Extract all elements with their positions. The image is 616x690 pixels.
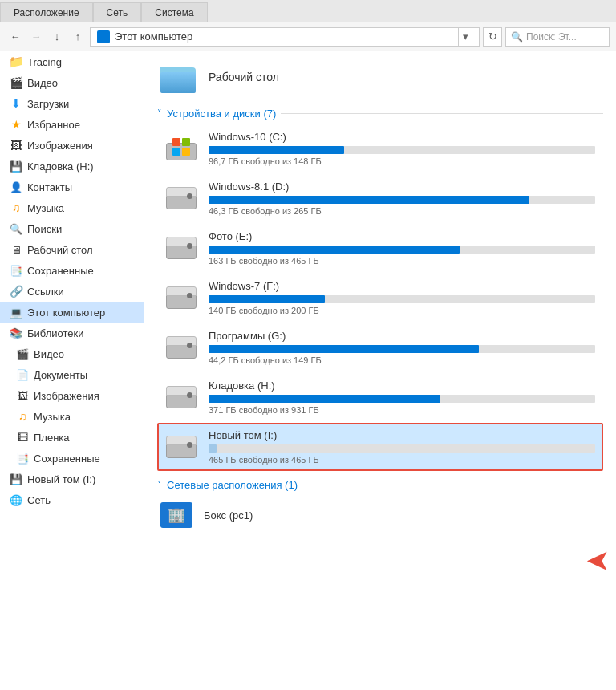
network-item[interactable]: 🏢 Бокс (pc1) xyxy=(144,496,616,531)
links-icon: 🔗 xyxy=(10,285,22,298)
drive-item-6[interactable]: Новый том (I:) 465 ГБ свободно из 465 ГБ xyxy=(157,423,603,471)
up-button[interactable]: ↑ xyxy=(69,28,87,46)
drive-space-4: 44,2 ГБ свободно из 149 ГБ xyxy=(209,355,595,365)
drive-icon-5 xyxy=(165,384,197,410)
sidebar-item-documents[interactable]: 📄 Документы xyxy=(0,364,144,385)
search-bar: 🔍 Поиск: Эт... xyxy=(505,27,610,47)
saved-icon: 📑 xyxy=(10,264,22,277)
sidebar-item-video2[interactable]: 🎬 Видео xyxy=(0,343,144,364)
drive-bar-2 xyxy=(209,246,595,254)
star-icon: ★ xyxy=(10,118,22,131)
sidebar-item-libraries[interactable]: 📚 Библиотеки xyxy=(0,323,144,343)
sidebar-item-computer[interactable]: 💻 Этот компьютер xyxy=(0,302,144,323)
drive-bar-fill-4 xyxy=(209,345,479,353)
sidebar-item-saved[interactable]: 📑 Сохраненные xyxy=(0,260,144,281)
drive-name-1: Windows-8.1 (D:) xyxy=(209,181,595,193)
chevron-icon: ˅ xyxy=(157,108,162,119)
drive-space-3: 140 ГБ свободно из 200 ГБ xyxy=(209,306,595,315)
sidebar-item-desktop[interactable]: 🖥 Рабочий стол xyxy=(0,239,144,260)
drive-icon-2 xyxy=(165,235,197,261)
drive-item-1[interactable]: Windows-8.1 (D:) 46,3 ГБ свободно из 265… xyxy=(157,174,603,222)
drive-item-5[interactable]: Кладовка (H:) 371 ГБ свободно из 931 ГБ xyxy=(157,373,603,421)
sidebar-item-images2[interactable]: 🖼 Изображения xyxy=(0,385,144,406)
sidebar-item-favorites[interactable]: ★ Избранное xyxy=(0,114,144,135)
back-button[interactable]: ← xyxy=(6,28,24,46)
network-icon: 🌐 xyxy=(10,493,22,506)
drive-item-3[interactable]: Windows-7 (F:) 140 ГБ свободно из 200 ГБ xyxy=(157,274,603,322)
music-icon: ♫ xyxy=(10,201,22,214)
sidebar-label: Видео xyxy=(34,348,64,360)
tab-system[interactable]: Система xyxy=(141,2,207,22)
sidebar-item-new-volume[interactable]: 💾 Новый том (I:) xyxy=(0,469,144,489)
images2-icon: 🖼 xyxy=(16,389,29,402)
sidebar-label: Ссылки xyxy=(27,286,64,298)
sidebar-item-music1[interactable]: ♫ Музыка xyxy=(0,197,144,218)
sidebar-item-network[interactable]: 🌐 Сеть xyxy=(0,489,144,510)
address-dropdown-button[interactable]: ▾ xyxy=(458,27,472,47)
sidebar-item-contacts[interactable]: 👤 Контакты xyxy=(0,177,144,197)
sidebar-label: Сохраненные xyxy=(27,265,94,277)
sidebar-label: Изображения xyxy=(27,140,93,152)
drive-space-2: 163 ГБ свободно из 465 ГБ xyxy=(209,256,595,266)
sidebar-label: Библиотеки xyxy=(27,327,83,339)
sidebar-label: Сохраненные xyxy=(34,453,100,465)
section-line xyxy=(281,113,603,114)
drive-item-4[interactable]: Программы (G:) 44,2 ГБ свободно из 149 Г… xyxy=(157,323,603,371)
search-sidebar-icon: 🔍 xyxy=(10,222,22,235)
desktop-icon: 🖥 xyxy=(10,243,22,256)
devices-section-label: Устройства и диски (7) xyxy=(167,108,276,120)
chevron-icon-network: ˅ xyxy=(157,480,162,490)
drive-icon-1 xyxy=(165,185,197,211)
sidebar-item-downloads[interactable]: ⬇ Загрузки xyxy=(0,93,144,114)
sidebar-item-film[interactable]: 🎞 Пленка xyxy=(0,427,144,448)
sidebar-item-links[interactable]: 🔗 Ссылки xyxy=(0,281,144,302)
sidebar-item-video1[interactable]: 🎬 Видео xyxy=(0,72,144,93)
sidebar-label: Tracing xyxy=(27,56,62,68)
sidebar-label: Контакты xyxy=(27,181,72,193)
drive-icon-0 xyxy=(165,136,197,161)
drive-bar-fill-6 xyxy=(209,444,217,453)
sidebar-label: Избранное xyxy=(27,119,80,131)
drive-space-5: 371 ГБ свободно из 931 ГБ xyxy=(209,405,595,415)
sidebar-label: Документы xyxy=(34,369,87,381)
sidebar-item-tracing[interactable]: 📁 Tracing xyxy=(0,51,144,72)
content-area: Рабочий стол ˅ Устройства и диски (7) Wi… xyxy=(144,51,616,690)
saved2-icon: 📑 xyxy=(16,452,29,465)
tab-network[interactable]: Сеть xyxy=(93,2,142,22)
sidebar-item-music2[interactable]: ♫ Музыка xyxy=(0,406,144,427)
drive-name-4: Программы (G:) xyxy=(209,330,595,342)
drive-icon: 💾 xyxy=(10,160,22,172)
drive-bar-4 xyxy=(209,345,595,353)
drive-info-2: Фото (E:) 163 ГБ свободно из 465 ГБ xyxy=(209,230,595,266)
address-bar[interactable]: Этот компьютер ▾ xyxy=(90,27,480,47)
folder-large-icon xyxy=(160,61,199,93)
devices-section-header[interactable]: ˅ Устройства и диски (7) xyxy=(144,103,616,124)
sidebar-label: Этот компьютер xyxy=(27,306,105,319)
drive-bar-fill-0 xyxy=(209,146,344,154)
drive-bar-0 xyxy=(209,146,595,154)
recent-button[interactable]: ↓ xyxy=(48,28,66,46)
folder-name: Рабочий стол xyxy=(209,71,279,83)
drive-list: Windows-10 (C:) 96,7 ГБ свободно из 148 … xyxy=(144,124,616,471)
sidebar-item-images[interactable]: 🖼 Изображения xyxy=(0,135,144,156)
refresh-button[interactable]: ↻ xyxy=(483,27,502,47)
sidebar-label: Рабочий стол xyxy=(27,244,93,256)
drive-space-1: 46,3 ГБ свободно из 265 ГБ xyxy=(209,206,595,216)
tab-bar: Расположение Сеть Система xyxy=(0,0,616,22)
drive-bar-3 xyxy=(209,295,595,303)
drive-info-4: Программы (G:) 44,2 ГБ свободно из 149 Г… xyxy=(209,330,595,365)
forward-button[interactable]: → xyxy=(27,28,45,46)
sidebar-item-saved2[interactable]: 📑 Сохраненные xyxy=(0,448,144,469)
sidebar-item-search[interactable]: 🔍 Поиски xyxy=(0,218,144,239)
network-section-header[interactable]: ˅ Сетевые расположения (1) xyxy=(144,474,616,496)
computer-sidebar-icon: 💻 xyxy=(10,306,22,319)
sidebar: 📁 Tracing 🎬 Видео ⬇ Загрузки ★ Избранное… xyxy=(0,51,144,690)
sidebar-item-kladovka[interactable]: 💾 Кладовка (H:) xyxy=(0,156,144,177)
sidebar-label: Новый том (I:) xyxy=(27,473,95,485)
network-item-info: Бокс (pc1) xyxy=(204,509,253,522)
drive-item-2[interactable]: Фото (E:) 163 ГБ свободно из 465 ГБ xyxy=(157,224,603,272)
drive-item-0[interactable]: Windows-10 (C:) 96,7 ГБ свободно из 148 … xyxy=(157,124,603,172)
drive-info-3: Windows-7 (F:) 140 ГБ свободно из 200 ГБ xyxy=(209,280,595,315)
tab-location[interactable]: Расположение xyxy=(0,2,93,22)
drive-bar-fill-3 xyxy=(209,295,325,303)
